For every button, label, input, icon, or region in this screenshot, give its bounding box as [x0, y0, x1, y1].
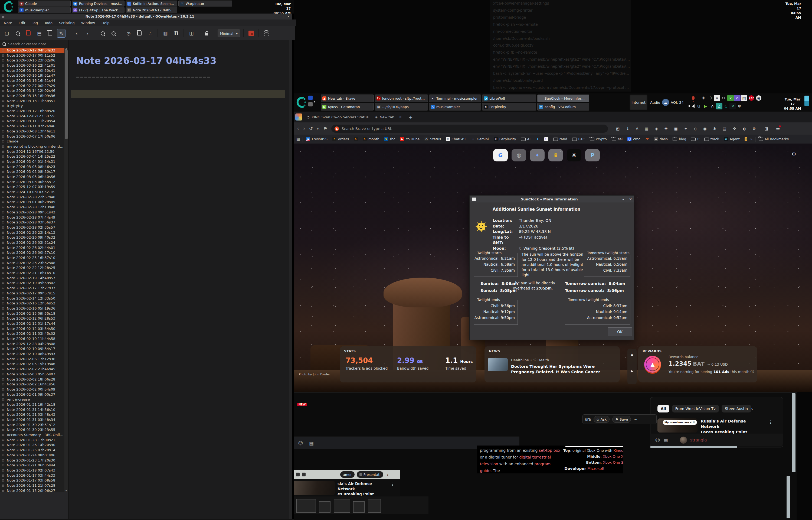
- scissors-icon[interactable]: ✂: [721, 95, 727, 101]
- note-list-item[interactable]: ▤ Note 2025-12-28 04h23s08: [0, 341, 64, 346]
- note-list-item[interactable]: ▤ Note 2026-03-16 16h31s44: [0, 78, 64, 83]
- news-card[interactable]: NEWS Healthline • ♡ Health Doctors Thoug…: [484, 346, 620, 383]
- bookmark-item[interactable]: ❋ Perplexity: [494, 137, 516, 141]
- back-button[interactable]: ‹: [73, 29, 81, 37]
- bookmark-item[interactable]: track: [704, 137, 719, 141]
- reload-icon[interactable]: ↺: [309, 126, 313, 131]
- launcher-entry[interactable]: firefox -p fb --no-remote: [490, 49, 631, 56]
- emoji-icon[interactable]: ☺: [655, 437, 660, 443]
- note-list-item[interactable]: ▤ Note 2026-01-24 08h01s06: [0, 452, 64, 458]
- launcher-entry[interactable]: bash -c 'systemd-run --user --scope -p "…: [490, 70, 631, 77]
- note-list-item[interactable]: ▤ Note 2026-02-26 23h14s13: [0, 230, 64, 235]
- app-menu-logo-icon[interactable]: [2, 1, 14, 14]
- note-list-item[interactable]: ▤ Note 2026-02-15 09h55s18: [0, 311, 64, 316]
- note-list-item[interactable]: ▤ Note 2026-02-28 09h51s42: [0, 210, 64, 215]
- bookmark-item[interactable]: P: [691, 137, 699, 141]
- forward-icon[interactable]: ›: [303, 125, 305, 132]
- menu-item[interactable]: Tag: [32, 21, 38, 25]
- note-list-item[interactable]: ▤ Note 2026-03-16 22h41s01: [0, 63, 64, 68]
- bookmark-item[interactable]: ◔ Status: [424, 137, 441, 141]
- tab-close-icon[interactable]: ✕: [399, 115, 402, 119]
- note-list-item[interactable]: ▤ Note 2026-01-30 23h23s55: [0, 427, 64, 433]
- bookmark-item[interactable]: ♛ rbc: [384, 137, 395, 141]
- note-list-item[interactable]: ▤ Note 2026-01-26 14h20s30: [0, 443, 64, 448]
- note-list-item[interactable]: ▤ Note 2026-02-28 03h56s37: [0, 219, 64, 225]
- bookmark-item[interactable]: crypto: [590, 137, 607, 141]
- video-menu-icon[interactable]: ⋮: [391, 482, 395, 487]
- scrollbar-thumb[interactable]: [65, 50, 68, 139]
- top-site-tile[interactable]: P: [585, 149, 600, 161]
- scrollbar-light-1[interactable]: [792, 393, 795, 472]
- note-list-item[interactable]: ▤ Note 2024-10-03T03.52.16: [0, 189, 64, 194]
- note-editor[interactable]: Note 2026-03-17 04h54s33 ===============…: [69, 41, 289, 519]
- film-thumb[interactable]: [334, 499, 350, 513]
- note-list-item[interactable]: ▤ Note 2026-02-23 23h32s48: [0, 260, 64, 265]
- note-list-item[interactable]: ▤ Note 2026-01-25 07h28s14: [0, 447, 64, 452]
- note-list-item[interactable]: ▤ Note 2026-02-10 09h34s17: [0, 346, 64, 352]
- browser-tab[interactable]: ◈ New tab ✕: [372, 112, 405, 122]
- note-list-item[interactable]: ▤ claude: [0, 139, 64, 144]
- note-list-item[interactable]: ▤ Note 2026-02-28 22h57s40: [0, 194, 64, 200]
- menu-item[interactable]: Window: [81, 21, 95, 25]
- bookmark-item[interactable]: a month: [363, 137, 380, 141]
- launcher-entry[interactable]: /home/sb/.local/bin/legcord: [490, 77, 631, 84]
- taskbar-window-button[interactable]: ◉ Running Devices - musicsa...: [72, 1, 124, 6]
- taskbar-window-button[interactable]: Fz london root - sftp://root...: [375, 95, 428, 102]
- note-list-item[interactable]: ▤ Note 2026-01-31 14h56s10: [0, 407, 64, 412]
- note-list-item[interactable]: ▤ Note 2026-02-17 17h27s37: [0, 285, 64, 291]
- bookmark-item[interactable]: ◉ Agent: [724, 137, 740, 141]
- note-list-item[interactable]: ▤ Note 2026-01-31 03h48s43: [0, 412, 64, 417]
- bookmark-this-icon[interactable]: ⚑: [324, 126, 328, 131]
- menu-hamburger-icon[interactable]: ☰: [776, 126, 780, 131]
- search-note-button[interactable]: [13, 29, 22, 37]
- bookmark-item[interactable]: blog: [673, 137, 686, 141]
- note-list-item[interactable]: ▤ Note 2026-02-10 08h49s33: [0, 351, 64, 357]
- qownnotes-titlebar[interactable]: ▤ Note 2026-03-17 04h54s33 - default - Q…: [0, 14, 292, 20]
- note-list-item[interactable]: ▤ Note 2026-03-12 18h38s20: [0, 108, 64, 113]
- note-list-item[interactable]: ▤ Note 2026-03-11 11h20s54: [0, 119, 64, 124]
- note-list-item[interactable]: ▤ Note 2026-02-26 00h37s10: [0, 250, 64, 255]
- apps-grid-icon[interactable]: ▦: [297, 137, 300, 141]
- aqi-applet[interactable]: AQI: 24: [671, 94, 684, 111]
- video-title[interactable]: Russia's Air Defense Network Faces Break…: [701, 418, 765, 435]
- bookmark-item[interactable]: ✦ Gemini: [471, 137, 488, 141]
- note-list-item[interactable]: ▤ Note 2026-02-01 09h00s37: [0, 392, 64, 397]
- bookmark-item[interactable]: ▶ YouTube: [400, 137, 420, 141]
- note-list-item[interactable]: ▤ Note 2026-03-16 19h51s47: [0, 73, 64, 78]
- bat-triangle-icon[interactable]: ▲: [629, 352, 635, 357]
- trash-button[interactable]: [46, 29, 54, 37]
- database-button[interactable]: [262, 29, 271, 37]
- note-list-item[interactable]: ▤ Note 2026-03-03 06h40s56: [0, 174, 64, 179]
- taskbar-window-button[interactable]: K Kotlin in Action, Second E...: [125, 1, 177, 6]
- x-app-icon[interactable]: ✕: [729, 103, 736, 109]
- taskbar-window-button[interactable]: ❋ Perplexity: [482, 103, 536, 110]
- note-list-item[interactable]: ▤ Note 2026-01-17 03h44s33: [0, 473, 64, 478]
- clipped-video-title[interactable]: sia's Air Defense Network es Breaking Po…: [338, 481, 389, 496]
- bookmark-item[interactable]: a orders: [332, 137, 349, 141]
- forward-button[interactable]: ›: [83, 29, 91, 37]
- note-list-item[interactable]: ▤ Note 2026-02-14 12h33s50: [0, 296, 64, 301]
- weather-cloud-icon[interactable]: ☁: [662, 99, 669, 106]
- menu-item[interactable]: Scripting: [59, 21, 75, 25]
- film-thumb[interactable]: [368, 499, 381, 513]
- note-list-item[interactable]: ▤ Note 2026-02-21 18h16s10: [0, 270, 64, 276]
- note-list-item[interactable]: ▤ Accounts Summary - RBC Online ...: [0, 432, 64, 437]
- note-list-item[interactable]: ▤ trtytrytry: [0, 103, 64, 109]
- zoom-in-button[interactable]: [99, 29, 107, 37]
- pager-applet[interactable]: [805, 96, 809, 106]
- note-list-item[interactable]: ▤ Note 2026-03-14 12h02s46: [0, 88, 64, 94]
- share-nodes-icon[interactable]: ❋: [700, 95, 707, 101]
- snowflake-icon[interactable]: ❄: [736, 103, 743, 109]
- network-applet[interactable]: Internet: [629, 95, 647, 110]
- document-icon[interactable]: ▤: [741, 95, 747, 101]
- extension-icon[interactable]: ◈: [655, 127, 658, 131]
- note-list-item[interactable]: ▤ Note 2026-02-17 09h57s15: [0, 291, 64, 296]
- bookmark-item[interactable]: @ cmc: [627, 137, 640, 141]
- note-list-item[interactable]: ▤ Note 2026-02-16 05h19s36: [0, 306, 64, 311]
- audio-applet[interactable]: Audio: [650, 94, 660, 111]
- note-list-item[interactable]: ▤ my script is blocking unintended ...: [0, 144, 64, 149]
- scroll-down-icon[interactable]: ▼: [65, 489, 67, 492]
- taskbar-window-button[interactable]: ◍ (177) #twp | The Wack Pa...: [72, 7, 124, 13]
- video-menu-icon[interactable]: ⋮: [768, 419, 773, 425]
- top-site-tile[interactable]: ❋: [567, 149, 581, 161]
